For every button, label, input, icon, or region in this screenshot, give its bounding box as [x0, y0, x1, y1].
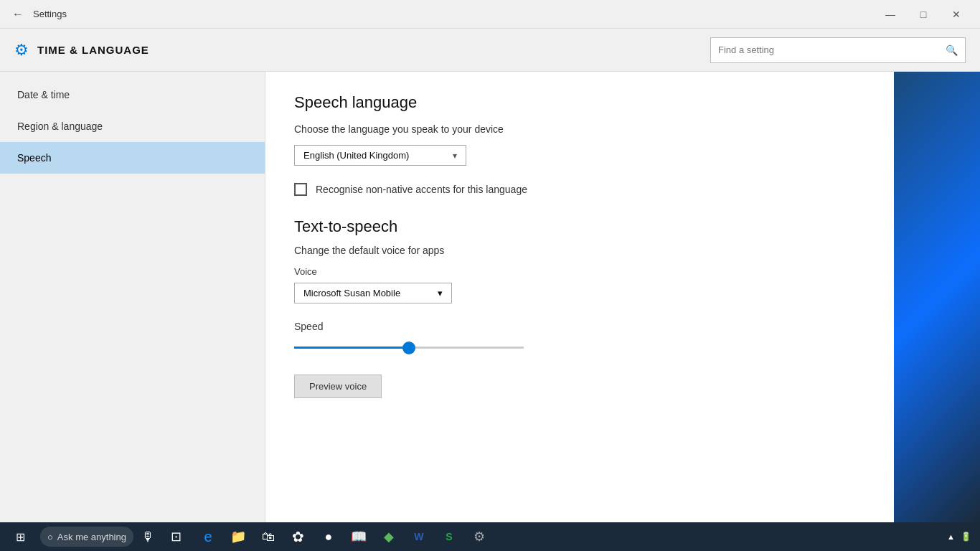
taskbar-word-icon[interactable]: W [405, 522, 433, 551]
search-input[interactable] [718, 44, 946, 55]
voice-chevron-down-icon: ▾ [438, 288, 443, 298]
taskbar: ⊞ ○ Ask me anything 🎙 ⊡ e 📁 🛍 ✿ ● 📖 ◆ W … [0, 522, 980, 551]
taskbar-app8-icon[interactable]: ◆ [374, 522, 403, 551]
minimize-button[interactable]: — [874, 0, 907, 29]
speech-language-section: Speech language Choose the language you … [294, 93, 865, 196]
taskbar-explorer-icon[interactable]: 📁 [224, 522, 253, 551]
voice-selected: Microsoft Susan Mobile [303, 288, 400, 298]
voice-label: Voice [294, 266, 865, 277]
maximize-button[interactable]: □ [907, 0, 940, 29]
sidebar-item-date-time[interactable]: Date & time [0, 79, 265, 110]
window-title: Settings [33, 9, 874, 19]
preview-voice-button[interactable]: Preview voice [294, 375, 382, 398]
speech-language-title: Speech language [294, 93, 865, 112]
speed-slider-thumb[interactable] [402, 342, 415, 354]
back-button[interactable]: ← [7, 4, 29, 25]
taskbar-search-icon: ○ [47, 532, 53, 542]
slider-track [294, 347, 524, 349]
search-area: 🔍 [710, 37, 966, 63]
tts-desc: Change the default voice for apps [294, 245, 865, 256]
taskbar-app10-icon[interactable]: S [435, 522, 463, 551]
accent-checkbox[interactable] [294, 183, 307, 196]
voice-dropdown[interactable]: Microsoft Susan Mobile ▾ [294, 283, 452, 303]
taskbar-search-area[interactable]: ○ Ask me anything [40, 527, 133, 547]
search-icon: 🔍 [946, 44, 958, 56]
speed-label: Speed [294, 321, 865, 332]
accent-checkbox-label: Recognise non-native accents for this la… [316, 184, 527, 195]
window-controls: — □ ✕ [874, 0, 973, 29]
taskbar-edge-icon[interactable]: e [194, 522, 222, 551]
content-panel: Speech language Choose the language you … [265, 72, 894, 522]
title-bar: ← Settings — □ ✕ [0, 0, 980, 29]
sidebar: Date & time Region & language Speech [0, 72, 265, 522]
app-title: TIME & LANGUAGE [37, 44, 149, 56]
language-dropdown[interactable]: English (United Kingdom) ▾ [294, 145, 466, 166]
speech-language-desc: Choose the language you speak to your de… [294, 123, 865, 135]
sidebar-item-region-language[interactable]: Region & language [0, 110, 265, 142]
taskbar-settings-icon[interactable]: ⚙ [465, 522, 494, 551]
text-to-speech-section: Text-to-speech Change the default voice … [294, 217, 865, 398]
taskbar-apps: e 📁 🛍 ✿ ● 📖 ◆ W S ⚙ [194, 522, 494, 551]
settings-icon: ⚙ [14, 41, 29, 60]
right-background [894, 72, 980, 522]
sidebar-item-speech[interactable]: Speech [0, 142, 265, 174]
taskbar-right: ▲ 🔋 [947, 532, 977, 542]
taskbar-microphone-icon[interactable]: 🎙 [133, 522, 162, 551]
taskbar-chevron-up-icon[interactable]: ▲ [947, 532, 955, 541]
search-box[interactable]: 🔍 [710, 37, 966, 63]
slider-fill [294, 347, 409, 349]
accent-checkbox-row: Recognise non-native accents for this la… [294, 183, 865, 196]
taskbar-battery-icon: 🔋 [961, 532, 971, 542]
close-button[interactable]: ✕ [940, 0, 973, 29]
start-button[interactable]: ⊞ [3, 522, 37, 551]
taskbar-store-icon[interactable]: 🛍 [254, 522, 283, 551]
taskbar-search-text: Ask me anything [57, 532, 126, 542]
tts-title: Text-to-speech [294, 217, 865, 236]
main-layout: Date & time Region & language Speech Spe… [0, 72, 980, 522]
speed-slider-container [294, 341, 524, 343]
chevron-down-icon: ▾ [453, 151, 457, 161]
taskbar-chrome-icon[interactable]: ● [314, 522, 343, 551]
taskbar-task-view-icon[interactable]: ⊡ [162, 522, 191, 551]
taskbar-app7-icon[interactable]: 📖 [344, 522, 373, 551]
app-header: ⚙ TIME & LANGUAGE 🔍 [0, 29, 980, 72]
taskbar-app5-icon[interactable]: ✿ [284, 522, 313, 551]
language-selected: English (United Kingdom) [303, 150, 409, 161]
